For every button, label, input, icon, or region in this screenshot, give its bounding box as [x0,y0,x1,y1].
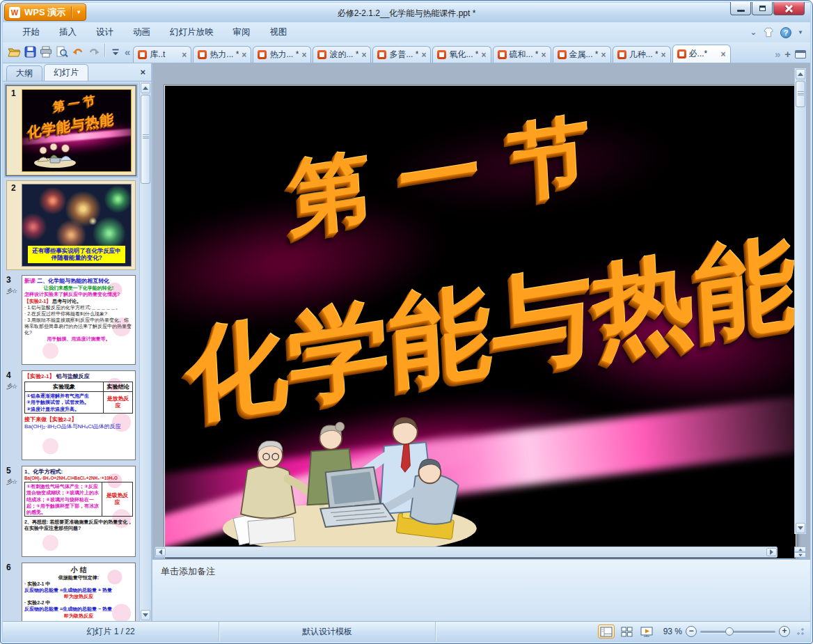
triangle-right-icon [770,549,773,555]
print-preview-button[interactable] [55,45,69,59]
normal-view-icon [600,627,613,637]
open-file-button[interactable] [7,45,21,59]
notes-placeholder[interactable]: 单击添加备注 [161,565,802,588]
document-tab[interactable]: 金属... *× [553,46,611,63]
ppt-document-icon [138,50,147,59]
scroll-up-button[interactable] [141,83,150,93]
collapse-toolbar-icon[interactable]: ⌄ [750,28,757,37]
sidebar-scrollbar[interactable] [139,82,151,621]
scroll-down-button[interactable] [796,523,805,533]
horizontal-scrollbar[interactable] [155,547,778,558]
scroll-left-button[interactable] [155,548,166,556]
people-meeting-clipart[interactable] [203,375,503,557]
scroll-tabs-right-icon[interactable]: » [775,49,780,59]
scroll-tabs-left-icon[interactable]: « [125,47,130,57]
scrollbar-thumb[interactable] [796,81,805,107]
ppt-document-icon [617,50,626,59]
restore-icon [759,6,766,11]
window-manage-icon[interactable] [795,50,806,58]
slide-thumbnail-3[interactable]: 3 彡☆ 新课 二、化学能与热能的相互转化 让我们来感受一下化学能的转化! 怎样… [6,275,139,365]
print-button[interactable] [39,45,53,59]
document-tab-label: 多普... * [389,49,418,61]
document-tab[interactable]: 库..t× [133,46,191,63]
scroll-right-button[interactable] [766,548,777,556]
skin-theme-icon[interactable] [763,27,774,38]
tab-outline[interactable]: 大纲 [6,65,42,81]
slide-thumbnail-2[interactable]: 2 还有哪些事实说明了在化学反应中 伴随着能量的变化? [6,180,136,270]
fireworks-image: 还有哪些事实说明了在化学反应中 伴随着能量的变化? [22,184,132,267]
close-tab-icon[interactable]: × [542,51,546,59]
resize-grip-icon[interactable] [796,627,805,636]
minimize-button[interactable] [730,2,751,15]
document-tab[interactable]: 热力... *× [193,46,251,63]
menu-item[interactable]: 视图 [260,23,297,42]
slide-thumbnail-1[interactable]: 1 第一节 化学能与热能 [6,86,136,175]
vertical-scrollbar[interactable] [794,68,806,534]
undo-button[interactable] [71,45,85,59]
close-tab-icon[interactable]: × [421,51,426,59]
document-tab[interactable]: 波的... *× [313,46,371,63]
document-tab-active[interactable]: 必...*× [672,45,731,63]
slide-thumbnail-6[interactable]: 6 小 结 依据能量守恒定律: · 实验2-1 中 反应物的总能量 =生成物的总… [6,563,139,621]
scroll-up-button[interactable] [796,69,805,79]
close-tab-icon[interactable]: × [661,51,666,59]
help-icon[interactable]: ? [780,27,791,38]
menu-bar-right: ⌄ ? ▼ [750,22,803,42]
document-tab[interactable]: 多普... *× [372,46,431,63]
scroll-down-button[interactable] [141,610,150,620]
notes-pane[interactable]: 单击添加备注 [152,558,810,621]
document-tab[interactable]: 几种... *× [613,46,671,63]
menu-item[interactable]: 审阅 [223,23,260,42]
close-tab-icon[interactable]: × [242,51,246,59]
scrollbar-thumb[interactable] [141,95,150,184]
document-tab[interactable]: 硫和... *× [493,46,551,63]
redo-button[interactable] [87,45,101,59]
redo-arrow-icon [88,47,100,58]
zoom-slider-thumb[interactable] [725,627,734,636]
menu-item[interactable]: 设计 [86,23,123,42]
triangle-down-icon [798,553,803,556]
menu-item[interactable]: 开始 [13,23,49,42]
slide-indicator: 幻灯片 1 / 22 [3,626,219,638]
chevron-down-icon[interactable]: ▼ [798,29,803,36]
close-tab-icon[interactable]: × [721,50,726,58]
caret-bar-icon [111,48,120,56]
restore-button[interactable] [752,2,773,15]
document-tab[interactable]: 热力... *× [253,46,311,63]
slide-sorter-view-button[interactable] [618,625,635,638]
undo-arrow-icon [72,47,84,58]
document-tab[interactable]: 氧化... *× [432,46,491,63]
slideshow-button[interactable] [638,625,655,638]
slide-thumbnail-5[interactable]: 5 彡☆ 1、化学方程式: Ba(OH)₂·8H₂O+2NH₄Cl=BaCl₂+… [6,466,139,557]
document-title: 必修2-2.1.2__化学能与热能课件.ppt * [3,8,810,19]
close-tab-icon[interactable]: × [182,51,187,59]
close-tab-icon[interactable]: × [301,51,306,59]
quick-access-toolbar: « [3,44,133,63]
menu-item[interactable]: 幻灯片放映 [160,23,223,42]
slide-thumbnail-4[interactable]: 4 彡☆ 【实验2-1】 铝与盐酸反应 实验现象 实验结论 [6,370,139,460]
zoom-slider[interactable] [700,626,775,637]
menu-item[interactable]: 插入 [49,23,86,42]
zoom-in-button[interactable]: + [779,626,790,637]
close-tab-icon[interactable]: × [601,51,606,59]
close-tab-icon[interactable]: × [361,51,366,59]
toolbar-options-button[interactable] [109,45,123,59]
save-button[interactable] [23,45,37,59]
previous-slide-button[interactable] [794,547,806,552]
normal-view-button[interactable] [598,625,615,638]
new-tab-icon[interactable]: + [784,49,791,59]
document-tab-label: 热力... * [210,49,239,61]
play-slideshow-icon [640,627,653,637]
menu-item[interactable]: 动画 [123,23,160,42]
slide-number: 6 [6,563,22,572]
zoom-out-button[interactable]: − [686,626,697,637]
document-tab-label: 热力... * [269,49,299,61]
next-slide-button[interactable] [794,552,806,558]
printer-icon [40,46,52,58]
slide-1-preview: 第一节 化学能与热能 [22,89,132,172]
close-panel-icon[interactable]: × [140,67,145,77]
tab-slides[interactable]: 幻灯片 [44,64,88,81]
close-tab-icon[interactable]: × [481,51,486,59]
slide-canvas[interactable]: 第一节 化学能与热能 [164,85,796,559]
close-button[interactable] [773,2,805,15]
